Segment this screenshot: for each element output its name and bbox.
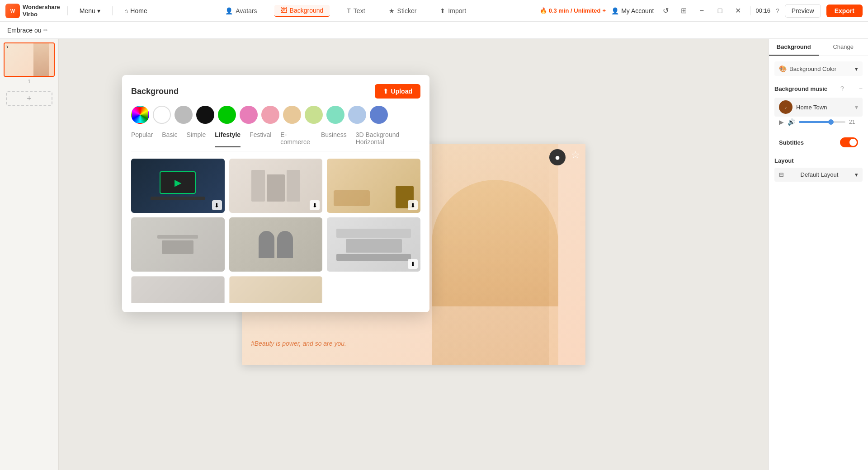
bg-item-6[interactable]: ⬇ (327, 217, 420, 272)
swatch-green[interactable] (218, 106, 236, 124)
add-slide-button[interactable]: + (6, 91, 52, 106)
help-icon[interactable]: ? (776, 7, 779, 14)
bg-item-5[interactable] (229, 217, 323, 272)
chevron-down-icon: ▾ (855, 66, 858, 72)
download-icon[interactable]: ⬇ (408, 259, 418, 269)
background-color-header[interactable]: 🎨 Background Color ▾ (774, 61, 863, 76)
layout-dropdown[interactable]: ⊟ Default Layout ▾ (774, 168, 863, 182)
avatars-icon: 👤 (225, 7, 233, 14)
bg-item-7[interactable] (131, 276, 225, 303)
tab-text-label: Text (354, 7, 365, 14)
subtitles-row: Subtitles (774, 135, 863, 150)
layout-value: Default Layout (801, 171, 839, 178)
popup-title: Background (131, 87, 179, 96)
swatch-white[interactable] (153, 106, 171, 124)
slides-panel: Y 1 + (0, 39, 59, 470)
timer-icon: 🔥 (540, 7, 547, 14)
color-palette-icon: 🎨 (779, 65, 787, 72)
volume-slider[interactable] (799, 121, 845, 123)
swatch-pink1[interactable] (240, 106, 258, 124)
right-panel: Background Change 🎨 Background Color ▾ B… (769, 39, 868, 470)
download-icon[interactable]: ⬇ (310, 200, 320, 210)
slide-1-thumb[interactable]: Y 1 (0, 39, 58, 88)
slide-number: 1 (4, 79, 55, 84)
tab-avatars-label: Avatars (236, 7, 257, 14)
bg-item-3[interactable]: ⬇ (327, 159, 420, 213)
tab-sticker[interactable]: ★ Sticker (382, 5, 423, 16)
cat-business[interactable]: Business (321, 131, 347, 147)
app-logo: W WondershareVirbo (5, 4, 60, 18)
tab-background[interactable]: 🖼 Background (274, 5, 330, 17)
cat-festival[interactable]: Festival (250, 131, 271, 147)
tab-import[interactable]: ⬆ Import (434, 5, 472, 16)
my-account-button[interactable]: 👤 My Account (611, 7, 654, 14)
bg-item-2[interactable]: ⬇ (229, 159, 323, 213)
cat-ecommerce[interactable]: E-commerce (280, 131, 312, 147)
swatch-pink2[interactable] (261, 106, 279, 124)
download-icon[interactable]: ⬇ (212, 200, 222, 210)
bg-item-8[interactable] (229, 276, 323, 303)
cat-simple[interactable]: Simple (187, 131, 206, 147)
import-icon: ⬆ (440, 7, 445, 14)
swatch-lgreen[interactable] (305, 106, 323, 124)
star-icon[interactable]: ☆ (571, 149, 580, 161)
refresh-icon[interactable]: ↺ (660, 5, 672, 17)
upload-button[interactable]: ⬆ Upload (375, 84, 420, 99)
right-panel-tabs: Background Change (769, 39, 868, 56)
background-color-label: Background Color (789, 66, 836, 72)
add-time-icon[interactable]: + (603, 7, 606, 14)
bg-item-1[interactable]: ▶ ⬇ (131, 159, 225, 213)
swatch-blue[interactable] (370, 106, 388, 124)
swatch-gradient[interactable] (131, 106, 149, 124)
timer-display: 🔥 0.3 min / Unlimited + (540, 7, 606, 14)
swatch-black[interactable] (196, 106, 214, 124)
main-content: Y 1 + Y ☆ ● #Beauty is power, and so are… (0, 39, 868, 470)
preview-button[interactable]: Preview (785, 4, 821, 18)
music-title: Home Town (796, 104, 851, 111)
minimize-icon[interactable]: − (696, 5, 708, 17)
cat-3d[interactable]: 3D Background Horizontal (356, 131, 420, 147)
bg-item-4[interactable] (131, 217, 225, 272)
home-button[interactable]: ⌂ Home (120, 5, 152, 16)
popup-header: Background ⬆ Upload (131, 84, 420, 99)
canvas-tagline: #Beauty is power, and so are you. (251, 340, 346, 347)
document-title: Embrace ou ✏ (7, 27, 48, 34)
close-icon[interactable]: ✕ (732, 5, 745, 17)
play-pause-icon[interactable]: ▶ (779, 118, 784, 126)
music-help-icon[interactable]: ? (840, 85, 844, 92)
right-tab-change[interactable]: Change (819, 39, 868, 56)
menu-label: Menu (80, 7, 95, 14)
upload-icon: ⬆ (383, 88, 388, 95)
user-avatar-icon[interactable]: ● (549, 149, 566, 165)
swatch-lgray[interactable] (175, 106, 193, 124)
sticker-icon: ★ (389, 7, 395, 14)
cat-popular[interactable]: Popular (131, 131, 153, 147)
swatch-tan[interactable] (283, 106, 301, 124)
subtitles-toggle[interactable] (840, 137, 858, 147)
account-icon: 👤 (611, 7, 619, 14)
swatch-teal[interactable] (326, 106, 344, 124)
music-row: ♪ Home Town ▾ (774, 98, 863, 117)
cat-basic[interactable]: Basic (162, 131, 177, 147)
color-swatches (131, 106, 420, 124)
music-section: Background music ? − ♪ Home Town ▾ ▶ 🔊 (774, 83, 863, 127)
right-tab-background[interactable]: Background (769, 39, 819, 56)
edit-icon[interactable]: ✏ (43, 27, 48, 33)
background-section: 🎨 Background Color ▾ (774, 61, 863, 76)
grid-icon[interactable]: ⊞ (678, 5, 690, 17)
maximize-icon[interactable]: □ (714, 5, 726, 17)
subtitles-label: Subtitles (779, 139, 804, 146)
tab-text[interactable]: T Text (340, 5, 371, 16)
tab-avatars[interactable]: 👤 Avatars (219, 5, 263, 16)
cat-lifestyle[interactable]: Lifestyle (215, 131, 241, 147)
swatch-lblue[interactable] (348, 106, 366, 124)
logo-text: WondershareVirbo (23, 4, 60, 18)
volume-icon[interactable]: 🔊 (788, 118, 795, 126)
download-icon[interactable]: ⬇ (408, 200, 418, 210)
export-button[interactable]: Export (826, 5, 863, 17)
music-chevron-icon[interactable]: ▾ (855, 103, 858, 111)
subtitles-section: Subtitles (774, 135, 863, 150)
menu-button[interactable]: Menu ▾ (75, 5, 105, 16)
music-close-icon[interactable]: − (859, 85, 863, 92)
logo-icon: W (5, 4, 20, 18)
